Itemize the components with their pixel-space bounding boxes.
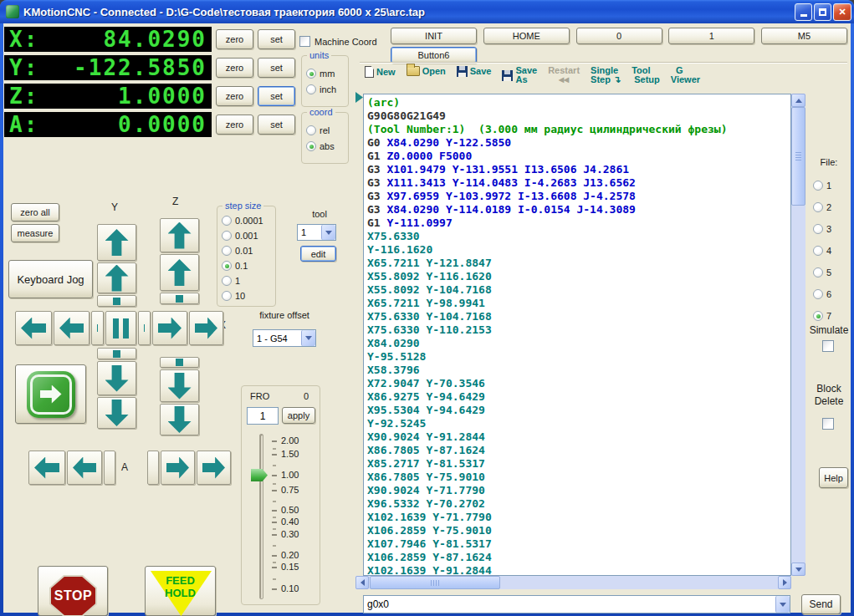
- jog-y-up-step-button[interactable]: [97, 295, 136, 307]
- jog-a-right-step-button[interactable]: [147, 451, 159, 485]
- close-button[interactable]: ✕: [833, 3, 851, 21]
- set-button[interactable]: set: [258, 58, 295, 78]
- radio-units-mm[interactable]: mm: [306, 65, 348, 81]
- measure-button[interactable]: measure: [11, 224, 59, 242]
- jog-y-up-slow-button[interactable]: [97, 262, 136, 293]
- radio-file-6[interactable]: 6: [813, 283, 831, 305]
- top-button-0[interactable]: 0: [576, 28, 662, 44]
- vertical-scroll-thumb[interactable]: [791, 107, 805, 206]
- tool-edit-button[interactable]: edit: [300, 246, 336, 262]
- toolbar-tool-setup[interactable]: Tool Setup: [632, 66, 660, 84]
- jog-x-left-fast-button[interactable]: [15, 311, 52, 345]
- jog-z-down-fast-button[interactable]: [160, 404, 199, 435]
- zero-button[interactable]: zero: [216, 29, 253, 49]
- dropdown-button[interactable]: [775, 596, 790, 613]
- top-button-m5[interactable]: M5: [761, 28, 847, 44]
- radio-coord-rel[interactable]: rel: [306, 122, 348, 138]
- radio-step-0.01[interactable]: 0.01: [222, 243, 275, 258]
- scroll-right-button[interactable]: [778, 576, 791, 589]
- button6[interactable]: Button6: [391, 47, 477, 64]
- keyboard-jog-button[interactable]: Keyboard Jog: [8, 260, 93, 298]
- radio-file-1[interactable]: 1: [813, 175, 831, 196]
- scroll-left-button[interactable]: [355, 576, 369, 589]
- set-button[interactable]: set: [258, 29, 295, 49]
- cycle-start-button[interactable]: [15, 364, 86, 424]
- jog-z-up-fast-button[interactable]: [160, 218, 199, 252]
- radio-file-2[interactable]: 2: [813, 196, 831, 218]
- radio-coord-abs[interactable]: abs: [306, 138, 348, 154]
- radio-step-1[interactable]: 1: [222, 273, 275, 288]
- toolbar-single-step[interactable]: SingleStep ↴: [591, 66, 621, 84]
- set-button[interactable]: set: [258, 86, 295, 106]
- jog-x-left-slow-button[interactable]: [54, 311, 89, 345]
- fro-input[interactable]: [247, 407, 279, 425]
- gcode-vertical-scrollbar[interactable]: [791, 94, 805, 576]
- scroll-up-button[interactable]: [791, 94, 805, 107]
- jog-a-left-fast-button[interactable]: [28, 451, 65, 485]
- machine-coord-checkbox[interactable]: [299, 36, 310, 47]
- zero-button[interactable]: zero: [216, 115, 253, 135]
- toolbar-separator: [360, 62, 847, 64]
- fixture-offset-combo[interactable]: 1 - G54: [253, 329, 316, 347]
- gcode-horizontal-scrollbar[interactable]: [355, 576, 791, 589]
- jog-z-down-step-button[interactable]: [160, 357, 199, 368]
- jog-y-down-slow-button[interactable]: [97, 361, 136, 395]
- radio-file-3[interactable]: 3: [813, 218, 831, 240]
- set-button[interactable]: set: [258, 115, 295, 135]
- zero-button[interactable]: zero: [216, 86, 253, 106]
- feed-hold-button[interactable]: FEED HOLD: [145, 566, 216, 616]
- stop-button[interactable]: STOP: [38, 566, 108, 616]
- mdi-input[interactable]: [364, 598, 775, 611]
- maximize-button[interactable]: [814, 3, 831, 21]
- toolbar-new[interactable]: New: [365, 66, 396, 78]
- toolbar-open[interactable]: Open: [407, 66, 446, 76]
- jog-x-right-fast-button[interactable]: [189, 311, 223, 345]
- jog-x-left-step-button[interactable]: [91, 311, 104, 345]
- jog-y-down-step-button[interactable]: [97, 348, 136, 359]
- jog-a-right-slow-button[interactable]: [161, 451, 195, 485]
- top-button-init[interactable]: INIT: [391, 28, 477, 44]
- fro-slider-track[interactable]: [259, 434, 263, 599]
- dropdown-button[interactable]: [321, 225, 335, 240]
- zero-all-button[interactable]: zero all: [11, 203, 59, 221]
- tool-combo[interactable]: 1: [297, 224, 336, 241]
- scroll-down-button[interactable]: [791, 563, 805, 576]
- jog-a-right-fast-button[interactable]: [197, 451, 231, 485]
- feed-hold-text: FEED HOLD: [146, 574, 215, 599]
- jog-z-up-slow-button[interactable]: [160, 254, 199, 291]
- radio-file-5[interactable]: 5: [813, 262, 831, 283]
- fro-slider-thumb[interactable]: [251, 469, 268, 481]
- jog-a-left-slow-button[interactable]: [67, 451, 102, 485]
- top-button-1[interactable]: 1: [668, 28, 754, 44]
- radio-step-0.0001[interactable]: 0.0001: [222, 213, 275, 228]
- minimize-button[interactable]: [795, 3, 812, 21]
- jog-y-up-fast-button[interactable]: [97, 224, 136, 261]
- toolbar-g-viewer[interactable]: GViewer: [671, 66, 700, 84]
- jog-x-right-slow-button[interactable]: [152, 311, 187, 345]
- horizontal-scroll-thumb[interactable]: [370, 576, 500, 589]
- jog-a-left-step-button[interactable]: [104, 451, 115, 485]
- block-delete-checkbox[interactable]: [822, 418, 834, 430]
- radio-step-0.1[interactable]: 0.1: [222, 258, 275, 273]
- dropdown-button[interactable]: [301, 330, 315, 346]
- zero-button[interactable]: zero: [216, 58, 253, 78]
- radio-step-0.001[interactable]: 0.001: [222, 228, 275, 243]
- help-button[interactable]: Help: [819, 467, 848, 488]
- toolbar-save[interactable]: Save: [457, 66, 492, 77]
- radio-file-4[interactable]: 4: [813, 240, 831, 262]
- gcode-editor[interactable]: (arc)G90G80G21G49(Tool Number:1) (3.000 …: [363, 94, 791, 576]
- jog-z-down-slow-button[interactable]: [160, 369, 199, 402]
- fro-apply-button[interactable]: apply: [282, 407, 315, 424]
- top-button-home[interactable]: HOME: [483, 28, 570, 44]
- toolbar-save-as[interactable]: SaveAs: [502, 66, 537, 84]
- simulate-checkbox[interactable]: [822, 340, 834, 352]
- jog-y-down-fast-button[interactable]: [97, 397, 136, 429]
- send-button[interactable]: Send: [801, 594, 841, 614]
- pause-button[interactable]: [105, 311, 136, 345]
- mdi-combo[interactable]: [363, 595, 790, 613]
- jog-z-up-step-button[interactable]: [160, 293, 199, 304]
- radio-step-10[interactable]: 10: [222, 288, 275, 303]
- fro-tick-minor: [273, 578, 276, 580]
- jog-x-right-step-button[interactable]: [138, 311, 151, 345]
- radio-units-inch[interactable]: inch: [306, 81, 348, 97]
